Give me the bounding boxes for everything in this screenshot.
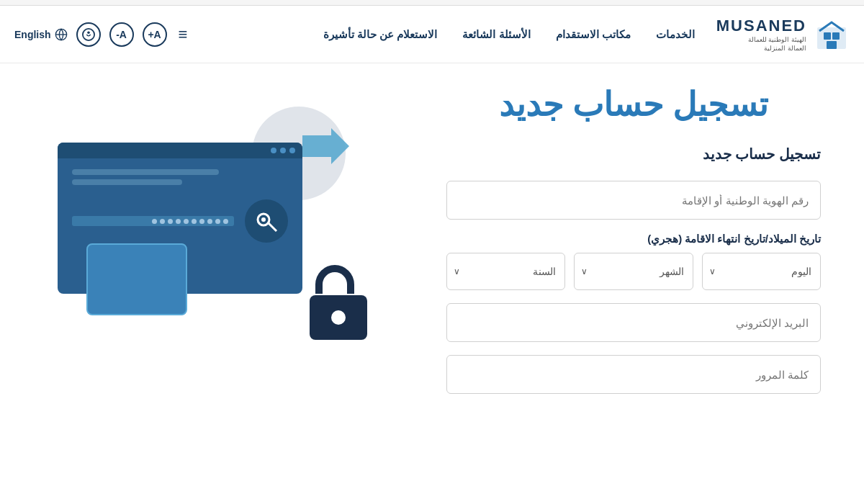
email-input[interactable] (446, 303, 821, 342)
nav-visa[interactable]: الاستعلام عن حالة تأشيرة (323, 28, 438, 41)
key-icon (245, 199, 288, 243)
svg-line-11 (269, 223, 276, 231)
password-field-group (446, 355, 821, 394)
screen-line-1 (72, 169, 219, 175)
screen-dot-2 (280, 148, 286, 153)
pwd-dot-6 (184, 219, 189, 224)
date-label: تاريخ الميلاد/تاريخ انتهاء الاقامة (هجري… (446, 233, 821, 246)
year-select[interactable]: السنة (446, 253, 565, 290)
day-wrapper: اليوم ∨ (702, 253, 821, 290)
month-select[interactable]: الشهر (574, 253, 693, 290)
globe-icon (55, 28, 68, 41)
year-wrapper: السنة ∨ (446, 253, 565, 290)
email-field-group (446, 303, 821, 342)
pwd-dot-10 (152, 219, 157, 224)
pwd-dot-7 (176, 219, 181, 224)
illustration-front-card (86, 243, 187, 315)
password-input[interactable] (446, 355, 821, 394)
svg-rect-1 (824, 32, 831, 40)
brand-sub-line2: العمالة المنزلية (716, 45, 806, 53)
pwd-dot-9 (160, 219, 165, 224)
brand-sub-line1: الهيئة الوطنية للعمالة (716, 36, 806, 45)
svg-rect-2 (832, 32, 840, 40)
pwd-dot-3 (207, 219, 212, 224)
logo-building-icon (814, 17, 850, 53)
illustration-container (43, 99, 389, 330)
padlock-hole (331, 310, 346, 325)
screen-lock-area (58, 185, 302, 243)
screen-bar (58, 143, 302, 158)
svg-point-5 (87, 31, 90, 34)
nav-links: الخدمات مكاتب الاستقدام الأسئلة الشائعة … (323, 28, 695, 41)
id-input[interactable] (446, 181, 821, 220)
pwd-dot-4 (199, 219, 204, 224)
logo-text: MUSANED الهيئة الوطنية للعمالة العمالة ا… (716, 16, 806, 53)
accessibility-icon (82, 28, 95, 41)
form-section: تسجيل حساب جديد تسجيل حساب جديد تاريخ ال… (446, 85, 821, 407)
svg-rect-3 (827, 41, 837, 49)
screen-line-2 (72, 179, 182, 185)
id-field-group (446, 181, 821, 220)
pwd-dot-8 (168, 219, 173, 224)
navbar-right: MUSANED الهيئة الوطنية للعمالة العمالة ا… (323, 16, 850, 53)
illustration-arrow-icon (288, 121, 353, 181)
pwd-dot-1 (223, 219, 228, 224)
logo: MUSANED الهيئة الوطنية للعمالة العمالة ا… (716, 16, 850, 53)
font-increase-button[interactable]: A+ (143, 22, 167, 47)
nav-faq[interactable]: الأسئلة الشائعة (462, 28, 530, 41)
svg-point-4 (82, 28, 94, 40)
screen-dot-3 (271, 148, 276, 153)
brand-name: MUSANED (716, 16, 806, 37)
navbar: MUSANED الهيئة الوطنية للعمالة العمالة ا… (0, 6, 864, 63)
month-wrapper: الشهر ∨ (574, 253, 693, 290)
padlock-body (310, 295, 367, 340)
page-main-title: تسجيل حساب جديد (446, 85, 821, 124)
accessibility-button[interactable] (76, 22, 101, 47)
top-bar (0, 0, 864, 6)
day-select[interactable]: اليوم (702, 253, 821, 290)
nav-services[interactable]: الخدمات (656, 28, 695, 41)
pwd-dot-2 (215, 219, 220, 224)
nav-recruitment[interactable]: مكاتب الاستقدام (556, 28, 631, 41)
illustration-section (43, 85, 418, 407)
svg-point-10 (261, 217, 266, 222)
language-label: English (14, 29, 51, 40)
svg-marker-8 (302, 128, 349, 164)
navbar-left: ≡ A+ A- English (14, 22, 190, 47)
pwd-dot-5 (192, 219, 197, 224)
language-button[interactable]: English (14, 28, 68, 41)
date-field-group: تاريخ الميلاد/تاريخ انتهاء الاقامة (هجري… (446, 233, 821, 290)
font-decrease-button[interactable]: A- (109, 22, 134, 47)
hamburger-menu-button[interactable]: ≡ (176, 22, 191, 47)
form-subtitle: تسجيل حساب جديد (446, 145, 821, 163)
padlock-shackle (315, 265, 354, 294)
date-selects: اليوم ∨ الشهر ∨ السنة ∨ (446, 253, 821, 290)
password-dots (72, 216, 234, 226)
illustration-padlock (302, 265, 367, 337)
main-content: تسجيل حساب جديد تسجيل حساب جديد تاريخ ال… (0, 63, 864, 428)
